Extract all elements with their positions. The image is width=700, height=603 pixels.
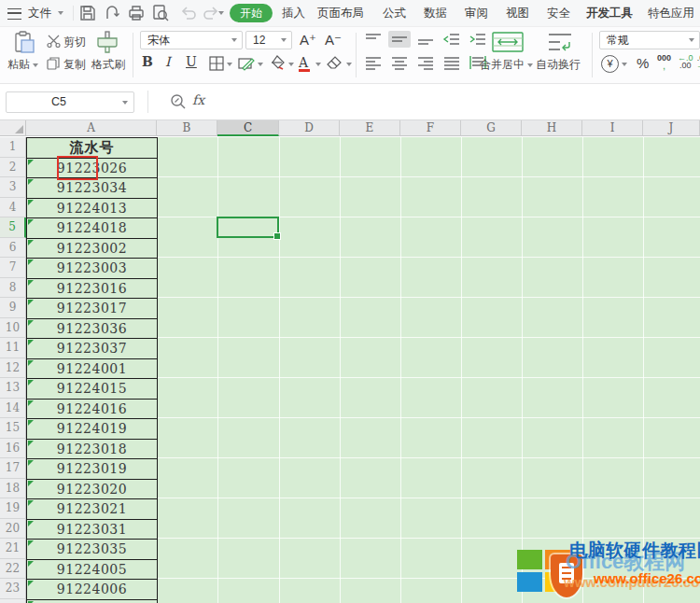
increase-font-button[interactable]: A⁺ [300,32,316,49]
cell-A4[interactable]: 91224013 [26,198,158,219]
row-header-21[interactable]: 21 [0,539,26,559]
cell-A6[interactable]: 91223002 [26,238,158,259]
tab-developer[interactable]: 开发工具 [586,0,633,26]
cell-A23[interactable]: 91224006 [26,579,158,600]
tab-home[interactable]: 开始 [230,4,273,22]
name-box-caret-icon[interactable] [122,101,128,105]
eraser-caret-icon[interactable] [346,63,352,66]
file-menu[interactable]: 文件 [28,0,51,26]
merge-center-icon[interactable] [491,31,525,57]
tab-data[interactable]: 数据 [424,0,447,26]
align-top-icon[interactable] [362,31,385,48]
font-name-select[interactable]: 宋体 [140,31,243,49]
currency-format-button[interactable]: ¥ [601,55,619,73]
cut-button[interactable]: 剪切 [63,35,86,50]
formula-input[interactable] [215,91,698,115]
insert-function-button[interactable]: fx [192,92,204,107]
print-preview-icon[interactable] [151,4,170,22]
cell-A17[interactable]: 91223019 [26,458,158,480]
row-header-7[interactable]: 7 [0,258,26,278]
row-header-14[interactable]: 14 [0,399,26,419]
increase-decimal-button[interactable]: ←.0.00 [678,54,693,69]
column-header-I[interactable]: I [582,120,643,136]
number-format-select[interactable]: 常规 [599,31,700,49]
search-magnifier-icon[interactable] [170,93,187,114]
cell-style-caret-icon[interactable] [258,63,263,66]
cell-A11[interactable]: 91223037 [26,338,158,359]
wrap-text-button[interactable]: 自动换行 [536,57,581,73]
row-header-22[interactable]: 22 [0,559,26,580]
row-header-17[interactable]: 17 [0,458,26,479]
cell-A24[interactable] [26,599,158,603]
fill-color-caret-icon[interactable] [288,63,294,66]
row-header-1[interactable]: 1 [0,137,26,158]
column-header-B[interactable]: B [157,120,217,136]
row-header-20[interactable]: 20 [0,519,26,540]
font-color-caret-icon[interactable] [315,63,321,66]
comma-format-button[interactable]: 000, [657,54,671,70]
cell-A12[interactable]: 91224001 [26,358,158,380]
column-header-C[interactable]: C [217,120,279,136]
copy-button[interactable]: 复制 [63,57,86,73]
row-header-4[interactable]: 4 [0,198,26,218]
cell-A22[interactable]: 91224005 [26,559,158,581]
row-header-13[interactable]: 13 [0,378,26,399]
fill-handle[interactable] [273,232,281,240]
cell-A15[interactable]: 91224019 [26,418,158,440]
cell-A18[interactable]: 91223020 [26,479,158,500]
align-right-icon[interactable] [414,54,437,71]
borders-caret-icon[interactable] [227,63,232,66]
italic-button[interactable]: I [165,54,171,69]
fill-color-icon[interactable] [269,55,286,75]
cell-A21[interactable]: 91223035 [26,539,158,560]
cell-A7[interactable]: 91223003 [26,258,158,279]
row-header-10[interactable]: 10 [0,318,26,339]
paste-icon[interactable] [11,31,37,59]
tab-formulas[interactable]: 公式 [383,0,406,26]
column-header-H[interactable]: H [522,120,582,136]
row-header-15[interactable]: 15 [0,418,26,439]
column-header-D[interactable]: D [279,120,340,136]
column-header-G[interactable]: G [461,120,522,136]
column-header-E[interactable]: E [340,120,400,136]
cell-A20[interactable]: 91223031 [26,519,158,540]
hamburger-menu-icon[interactable] [7,8,21,20]
align-center-icon[interactable] [388,54,411,71]
justify-icon[interactable] [441,54,463,71]
save-icon[interactable] [78,4,97,22]
name-box[interactable]: C5 [6,91,134,113]
decrease-decimal-button[interactable]: .0→ [696,54,700,69]
cell-A9[interactable]: 91223017 [26,298,158,319]
align-left-icon[interactable] [362,54,385,71]
row-header-12[interactable]: 12 [0,358,26,379]
export-icon[interactable] [103,4,121,22]
paste-button[interactable]: 粘贴 [7,57,38,73]
quick-access-caret-icon[interactable] [218,11,224,15]
row-header-2[interactable]: 2 [0,158,26,178]
tab-view[interactable]: 视图 [506,0,529,26]
borders-icon[interactable] [209,56,224,75]
wrap-text-icon[interactable] [547,31,573,57]
redo-icon[interactable] [202,4,220,22]
cell-A16[interactable]: 91223018 [26,439,158,460]
tab-insert[interactable]: 插入 [282,0,305,26]
row-header-5[interactable]: 5 [0,217,26,238]
cell-A8[interactable]: 91223016 [26,278,158,300]
row-header-18[interactable]: 18 [0,479,26,499]
cell-A10[interactable]: 91223036 [26,318,158,340]
decrease-indent-icon[interactable] [441,31,463,48]
increase-indent-icon[interactable] [467,31,489,48]
decrease-font-button[interactable]: A⁻ [325,32,342,49]
print-icon[interactable] [127,4,146,22]
font-size-select[interactable]: 12 [245,31,292,49]
row-header-3[interactable]: 3 [0,177,26,198]
tab-review[interactable]: 审阅 [465,0,488,26]
select-all-corner[interactable] [0,120,26,136]
selected-cell-outline[interactable] [217,217,279,238]
currency-caret-icon[interactable] [622,63,627,66]
row-header-11[interactable]: 11 [0,338,26,358]
copy-icon[interactable] [47,57,61,74]
merge-center-button[interactable]: 合并居中 [480,57,533,73]
align-bottom-icon[interactable] [414,31,437,48]
cut-icon[interactable] [47,35,61,51]
